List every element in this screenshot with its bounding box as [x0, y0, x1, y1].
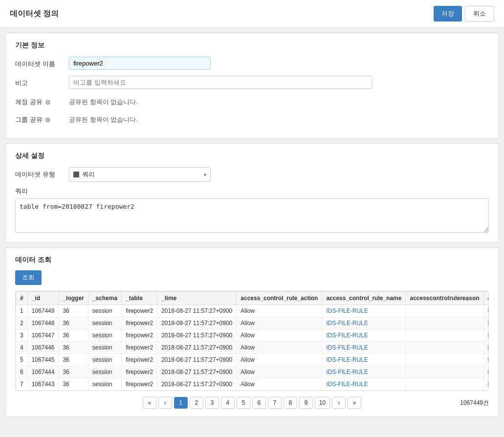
- pagination: « ‹ 1 2 3 4 5 6 7 8 9 10 › » 1067449건: [15, 397, 489, 409]
- table-cell: 36: [59, 317, 88, 329]
- cell-acrn: IDS-FILE-RULE: [322, 305, 406, 317]
- basic-info-title: 기본 정보: [15, 41, 489, 50]
- table-cell: PERMIT: [483, 317, 489, 329]
- table-cell: 1067445: [27, 354, 59, 366]
- table-cell: session: [88, 305, 121, 317]
- chevron-down-icon: ▾: [204, 172, 206, 177]
- table-cell: firepower2: [122, 305, 157, 317]
- header-buttons: 저장 취소: [434, 6, 494, 22]
- account-share-gear-icon[interactable]: ⚙: [45, 99, 52, 106]
- page-btn-10[interactable]: 10: [315, 397, 330, 409]
- table-cell: 4: [16, 342, 28, 354]
- cell-acra: Allow: [237, 378, 322, 391]
- table-cell: 1067449: [27, 305, 59, 317]
- table-row: 1106744936sessionfirepower22018-08-27 11…: [16, 305, 489, 317]
- query-textarea[interactable]: table from=20180827 firepower2: [15, 198, 489, 233]
- table-row: 5106744536sessionfirepower22018-08-27 11…: [16, 354, 489, 366]
- table-row: 7106744336sessionfirepower22018-08-27 11…: [16, 378, 489, 391]
- table-cell: [406, 305, 483, 317]
- table-container: # _id _logger _schema _table _time acces…: [15, 291, 489, 391]
- table-cell: 6: [16, 366, 28, 378]
- table-cell: session: [88, 329, 121, 342]
- table-row: 6106744436sessionfirepower22018-08-27 11…: [16, 366, 489, 378]
- page-next-button[interactable]: ›: [332, 397, 346, 409]
- table-cell: 2018-08-27 11:57:27+0900: [157, 329, 237, 342]
- cell-acra: Allow: [237, 342, 322, 354]
- table-cell: session: [88, 342, 121, 354]
- col-acra: access_control_rule_action: [237, 292, 322, 305]
- page-prev-button[interactable]: ‹: [158, 397, 172, 409]
- page-btn-6[interactable]: 6: [252, 397, 266, 409]
- memo-row: 비고: [15, 76, 489, 89]
- table-cell: 2018-08-27 11:57:27+0900: [157, 354, 237, 366]
- page-btn-7[interactable]: 7: [268, 397, 282, 409]
- table-cell: [406, 342, 483, 354]
- account-share-label: 계정 공유 ⚙: [15, 95, 69, 107]
- data-query-title: 데이터 조회: [15, 256, 489, 264]
- page-btn-9[interactable]: 9: [299, 397, 313, 409]
- dataset-name-input[interactable]: [69, 57, 211, 70]
- dataset-type-row: 데이터셋 유형 쿼리 ▾: [15, 167, 489, 182]
- table-cell: 36: [59, 378, 88, 391]
- detail-settings-title: 상세 설정: [15, 152, 489, 160]
- col-id: _id: [27, 292, 59, 305]
- table-cell: PERMIT: [483, 354, 489, 366]
- memo-input[interactable]: [69, 76, 372, 89]
- col-table: _table: [122, 292, 157, 305]
- col-action: action: [483, 292, 489, 305]
- cell-acrn: IDS-FILE-RULE: [322, 354, 406, 366]
- table-cell: 2018-08-27 11:57:27+0900: [157, 366, 237, 378]
- group-share-label: 그룹 공유 ⚙: [15, 112, 69, 124]
- detail-settings-section: 상세 설정 데이터셋 유형 쿼리 ▾ 쿼리 table from=2018082…: [5, 143, 499, 242]
- cell-acrn: IDS-FILE-RULE: [322, 342, 406, 354]
- save-button[interactable]: 저장: [434, 6, 462, 22]
- table-cell: [406, 354, 483, 366]
- table-cell: session: [88, 317, 121, 329]
- cancel-button[interactable]: 취소: [465, 6, 494, 22]
- table-row: 3106744736sessionfirepower22018-08-27 11…: [16, 329, 489, 342]
- page-last-button[interactable]: »: [348, 397, 361, 409]
- dataset-type-label: 데이터셋 유형: [15, 167, 69, 179]
- table-cell: 36: [59, 342, 88, 354]
- col-time: _time: [157, 292, 237, 305]
- table-cell: 1067444: [27, 366, 59, 378]
- table-cell: session: [88, 366, 121, 378]
- table-cell: 36: [59, 329, 88, 342]
- page-first-button[interactable]: «: [143, 397, 156, 409]
- table-header-row: # _id _logger _schema _table _time acces…: [16, 292, 489, 305]
- page-total: 1067449건: [460, 399, 489, 407]
- table-cell: firepower2: [122, 366, 157, 378]
- page-header: 데이터셋 정의 저장 취소: [0, 0, 504, 28]
- group-share-gear-icon[interactable]: ⚙: [45, 116, 52, 123]
- query-label: 쿼리: [15, 187, 489, 196]
- page-btn-4[interactable]: 4: [221, 397, 235, 409]
- cell-acra: Allow: [237, 305, 322, 317]
- col-acr-reason: accesscontrolrulereason: [406, 292, 483, 305]
- page-btn-5[interactable]: 5: [237, 397, 250, 409]
- table-cell: firepower2: [122, 378, 157, 391]
- page-btn-3[interactable]: 3: [205, 397, 219, 409]
- group-share-value: 공유된 항목이 없습니다.: [69, 112, 138, 124]
- table-cell: firepower2: [122, 354, 157, 366]
- dataset-type-value: 쿼리: [82, 170, 202, 179]
- data-query-section: 데이터 조회 조회 # _id _logger _schema _table _…: [5, 247, 499, 417]
- page-btn-2[interactable]: 2: [190, 397, 203, 409]
- dataset-name-row: 데이터셋 이름: [15, 57, 489, 70]
- table-cell: PERMIT: [483, 342, 489, 354]
- table-row: 4106744636sessionfirepower22018-08-27 11…: [16, 342, 489, 354]
- table-cell: 2018-08-27 11:57:27+0900: [157, 342, 237, 354]
- table-cell: [406, 329, 483, 342]
- group-share-row: 그룹 공유 ⚙ 공유된 항목이 없습니다.: [15, 112, 489, 124]
- table-cell: 2: [16, 317, 28, 329]
- dataset-type-select[interactable]: 쿼리 ▾: [69, 167, 211, 182]
- table-cell: firepower2: [122, 317, 157, 329]
- table-cell: 2018-08-27 11:57:27+0900: [157, 317, 237, 329]
- table-cell: [406, 378, 483, 391]
- table-wrapper[interactable]: # _id _logger _schema _table _time acces…: [15, 291, 489, 391]
- cell-acra: Allow: [237, 354, 322, 366]
- data-table: # _id _logger _schema _table _time acces…: [16, 291, 489, 391]
- table-cell: session: [88, 378, 121, 391]
- query-button[interactable]: 조회: [15, 270, 42, 285]
- page-btn-8[interactable]: 8: [284, 397, 297, 409]
- page-btn-1[interactable]: 1: [174, 397, 188, 409]
